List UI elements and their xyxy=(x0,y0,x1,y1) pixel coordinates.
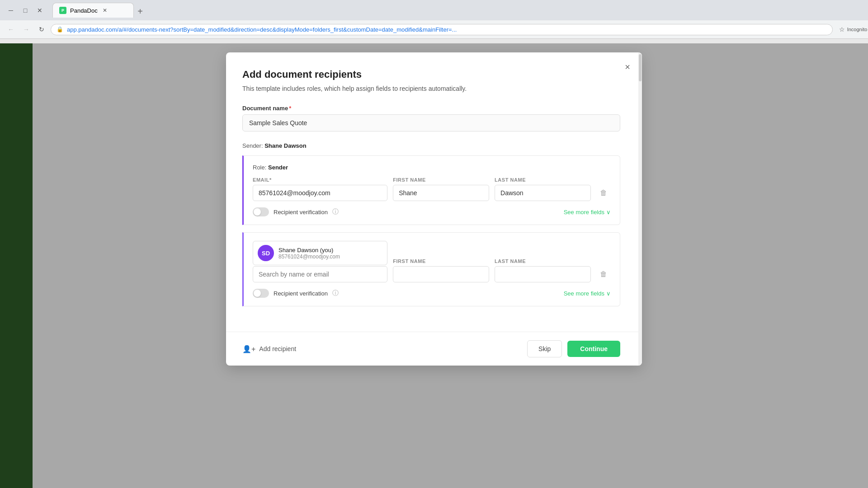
recipient-search-input[interactable] xyxy=(253,266,387,282)
sender-first-name-input[interactable] xyxy=(393,185,489,201)
footer-actions: Skip Continue xyxy=(527,340,620,357)
sender-form-row: EMAIL* FIRST NAME LAST NAME 🗑 xyxy=(253,177,611,201)
document-name-label: Document name* xyxy=(242,105,620,112)
window-close-button[interactable]: ✕ xyxy=(33,4,46,17)
recipient-first-name-sublabel: FIRST NAME xyxy=(393,258,489,264)
recipient-last-name-input[interactable] xyxy=(495,266,591,282)
recipient-verification-toggle[interactable] xyxy=(253,289,269,298)
add-person-icon: 👤+ xyxy=(242,345,255,353)
role-label: Role: Sender xyxy=(253,164,611,171)
recipient-last-name-field: LAST NAME xyxy=(495,258,591,282)
sender-see-more-fields-button[interactable]: See more fields ∨ xyxy=(564,209,611,216)
star-button[interactable]: ☆ xyxy=(835,23,848,36)
recipient-delete-icon: 🗑 xyxy=(600,270,607,278)
modal-overlay: × Add document recipients This template … xyxy=(0,43,868,488)
document-name-input[interactable] xyxy=(242,114,620,131)
recipient-info-icon[interactable]: ⓘ xyxy=(332,289,339,297)
scrollbar-thumb xyxy=(639,54,642,81)
active-tab[interactable]: P PandaDoc ✕ xyxy=(52,3,134,18)
required-star: * xyxy=(289,105,291,112)
tab-close-button[interactable]: ✕ xyxy=(101,7,108,14)
sender-name: Shane Dawson xyxy=(264,142,306,149)
modal-close-button[interactable]: × xyxy=(620,60,635,74)
recipient-email-field: SD Shane Dawson (you) 85761024@moodjoy.c… xyxy=(253,241,387,282)
tab-title: PandaDoc xyxy=(70,7,98,14)
recipient-form-row: SD Shane Dawson (you) 85761024@moodjoy.c… xyxy=(253,241,611,282)
sender-email-input[interactable] xyxy=(253,185,387,201)
maximize-button[interactable]: □ xyxy=(19,4,32,17)
chevron-down-icon: ∨ xyxy=(606,209,611,216)
modal-title: Add document recipients xyxy=(242,69,620,80)
profile-button[interactable]: Incognito xyxy=(851,23,863,36)
recipient-toggle-row: Recipient verification ⓘ See more fields… xyxy=(253,289,611,298)
email-sublabel: EMAIL* xyxy=(253,177,387,183)
incognito-label: Incognito xyxy=(847,27,868,32)
add-recipients-modal: × Add document recipients This template … xyxy=(226,52,642,366)
avatar: SD xyxy=(258,245,274,261)
sender-last-name-field: LAST NAME xyxy=(495,177,591,201)
sender-role-card: Role: Sender EMAIL* FIRST NAME LAST NAME xyxy=(242,155,620,225)
sender-recipient-verification-label: Recipient verification xyxy=(274,209,328,216)
recipient-first-name-input[interactable] xyxy=(393,266,489,282)
pandadoc-tab-icon: P xyxy=(59,7,66,14)
new-tab-button[interactable]: + xyxy=(134,5,146,18)
sender-delete-button[interactable]: 🗑 xyxy=(596,187,611,201)
sender-label: Sender: Shane Dawson xyxy=(242,142,620,149)
recipient-last-name-sublabel: LAST NAME xyxy=(495,258,591,264)
recipient-toggle-left: Recipient verification ⓘ xyxy=(253,289,339,298)
back-button[interactable]: ← xyxy=(5,23,17,36)
recipient-delete-button[interactable]: 🗑 xyxy=(596,268,611,282)
suggestion-name: Shane Dawson (you) xyxy=(278,247,340,253)
sender-email-field: EMAIL* xyxy=(253,177,387,201)
recipient-verification-label: Recipient verification xyxy=(274,290,328,297)
suggestion-info: Shane Dawson (you) 85761024@moodjoy.com xyxy=(278,247,340,260)
role-name: Sender xyxy=(268,164,288,171)
window-controls: ─ □ ✕ xyxy=(5,4,46,17)
reload-button[interactable]: ↻ xyxy=(35,23,48,36)
tab-bar: P PandaDoc ✕ + xyxy=(49,3,861,18)
sender-recipient-verification-toggle[interactable] xyxy=(253,207,269,216)
sender-toggle-left: Recipient verification ⓘ xyxy=(253,207,339,216)
close-icon: × xyxy=(625,62,630,72)
recipient-chevron-down-icon: ∨ xyxy=(606,290,611,297)
modal-footer: 👤+ Add recipient Skip Continue xyxy=(226,332,642,366)
forward-button[interactable]: → xyxy=(20,23,33,36)
suggestion-dropdown-item[interactable]: SD Shane Dawson (you) 85761024@moodjoy.c… xyxy=(253,241,387,265)
sender-info-icon[interactable]: ⓘ xyxy=(332,208,339,216)
sender-toggle-row: Recipient verification ⓘ See more fields… xyxy=(253,207,611,216)
address-bar[interactable]: 🔒 app.pandadoc.com/a/#/documents-next?so… xyxy=(51,24,833,35)
lock-icon: 🔒 xyxy=(57,26,63,33)
delete-icon: 🗑 xyxy=(600,189,607,197)
continue-button[interactable]: Continue xyxy=(567,341,620,357)
minimize-button[interactable]: ─ xyxy=(5,4,17,17)
sender-last-name-input[interactable] xyxy=(495,185,591,201)
last-name-sublabel: LAST NAME xyxy=(495,177,591,183)
recipient-card: SD Shane Dawson (you) 85761024@moodjoy.c… xyxy=(242,232,620,306)
skip-button[interactable]: Skip xyxy=(527,340,562,357)
page-background: × Add document recipients This template … xyxy=(0,43,868,488)
recipient-first-name-field: FIRST NAME xyxy=(393,258,489,282)
add-recipient-button[interactable]: 👤+ Add recipient xyxy=(242,345,296,353)
first-name-sublabel: FIRST NAME xyxy=(393,177,489,183)
modal-scrollbar[interactable] xyxy=(638,52,642,366)
modal-subtitle: This template includes roles, which help… xyxy=(242,85,620,92)
suggestion-email: 85761024@moodjoy.com xyxy=(278,253,340,260)
recipient-see-more-fields-button[interactable]: See more fields ∨ xyxy=(564,290,611,297)
modal-content: Add document recipients This template in… xyxy=(226,52,642,328)
browser-titlebar: ─ □ ✕ P PandaDoc ✕ + xyxy=(0,0,868,20)
address-bar-row: ← → ↻ 🔒 app.pandadoc.com/a/#/documents-n… xyxy=(0,20,868,38)
url-text: app.pandadoc.com/a/#/documents-next?sort… xyxy=(67,26,827,33)
browser-chrome: ─ □ ✕ P PandaDoc ✕ + ← → ↻ 🔒 app.pandado… xyxy=(0,0,868,39)
sender-first-name-field: FIRST NAME xyxy=(393,177,489,201)
